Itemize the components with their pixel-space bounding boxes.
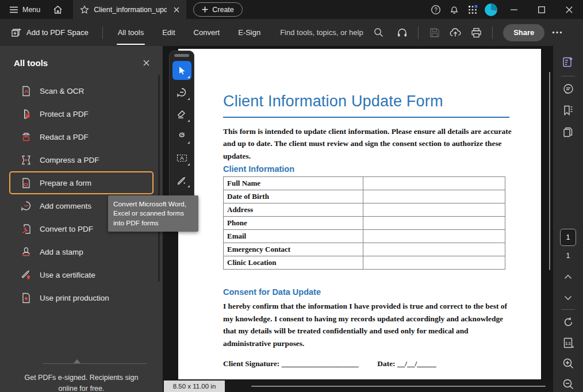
tool-item-protect-pdf[interactable]: Protect a PDF (0, 102, 163, 125)
account-avatar[interactable] (482, 0, 500, 19)
menu-button[interactable]: Menu (0, 0, 46, 19)
bookmarks-panel-button[interactable] (559, 101, 577, 120)
cursor-arrow-icon (177, 66, 187, 75)
read-aloud-button[interactable] (392, 22, 412, 43)
field-value-cell[interactable] (363, 256, 505, 270)
close-window-button[interactable] (555, 0, 583, 19)
svg-text:A: A (180, 155, 184, 161)
horizontal-scrollbar[interactable] (251, 386, 546, 387)
rotate-page-button[interactable] (559, 313, 577, 331)
table-row: Emergency Contact (224, 243, 505, 256)
highlighter-icon (177, 109, 187, 120)
print-production-icon (21, 293, 32, 303)
compress-pdf-icon (21, 155, 32, 166)
signature-label: Client Signature: (223, 359, 279, 368)
create-label: Create (212, 6, 234, 14)
notifications-button[interactable] (445, 0, 463, 19)
svg-text:?: ? (434, 6, 438, 13)
find-tools-search[interactable] (280, 28, 383, 37)
star-icon[interactable] (80, 5, 89, 14)
save-button[interactable] (424, 22, 445, 43)
tab-all-tools[interactable]: All tools (109, 19, 154, 46)
maximize-icon (538, 6, 545, 13)
print-button[interactable] (466, 22, 486, 43)
tool-item-use-certificate[interactable]: Use a certificate (0, 263, 163, 286)
maximize-button[interactable] (528, 0, 555, 19)
pdf-page[interactable]: Client Information Update Form This form… (178, 49, 541, 379)
zoom-scale-button[interactable]: 1:1 (559, 333, 577, 352)
field-value-cell[interactable] (363, 190, 505, 203)
menu-label: Menu (22, 6, 40, 14)
tab-close-button[interactable] (171, 5, 182, 15)
comments-panel-button[interactable] (559, 79, 577, 98)
avatar-icon (485, 3, 497, 16)
panel-scrollbar[interactable] (158, 75, 160, 282)
bell-icon (449, 5, 459, 15)
create-button[interactable]: Create (193, 2, 243, 17)
tab-convert[interactable]: Convert (185, 19, 229, 46)
document-tab[interactable]: Client_information_upd... (73, 0, 186, 19)
tool-item-add-stamp[interactable]: Add a stamp (0, 240, 163, 263)
tool-item-print-production[interactable]: Use print production (0, 286, 163, 309)
zoom-in-button[interactable] (559, 354, 577, 372)
apps-grid-button[interactable] (463, 0, 482, 19)
field-value-cell[interactable] (363, 217, 505, 230)
add-text-tool-button[interactable]: A (172, 148, 191, 167)
panel-close-button[interactable] (140, 56, 152, 69)
zoom-out-button[interactable] (559, 375, 577, 392)
date-line: __/__/_____ (397, 359, 436, 368)
upload-cloud-button[interactable] (445, 22, 466, 43)
tool-item-redact-pdf[interactable]: Redact a PDF (0, 125, 163, 148)
client-information-heading: Client Information (223, 164, 294, 174)
highlight-tool-button[interactable] (172, 105, 191, 124)
add-comment-tool-button[interactable] (172, 83, 191, 102)
vertical-scrollbar[interactable] (549, 72, 550, 270)
draw-tool-button[interactable] (172, 126, 191, 145)
toolbar-drag-handle[interactable] (174, 54, 189, 57)
add-to-pdf-space-icon (10, 28, 22, 38)
field-value-cell[interactable] (363, 230, 505, 243)
add-to-pdf-space-button[interactable]: Add to PDF Space (0, 28, 97, 38)
tab-title: Client_information_upd... (94, 6, 167, 14)
field-label: Email (224, 230, 363, 243)
more-options-button[interactable] (547, 22, 567, 43)
tab-edit[interactable]: Edit (153, 19, 184, 46)
field-label: Phone (224, 217, 363, 230)
next-page-button[interactable] (559, 289, 577, 307)
minimize-button[interactable] (500, 0, 528, 19)
home-button[interactable] (46, 0, 70, 19)
share-button[interactable]: Share (503, 24, 544, 41)
help-button[interactable]: ? (427, 0, 445, 19)
tool-label: Convert to PDF (40, 225, 93, 233)
tool-label: Scan & OCR (40, 87, 84, 95)
search-icon[interactable] (374, 28, 383, 37)
table-row: Phone (224, 217, 505, 230)
previous-page-button[interactable] (559, 267, 577, 286)
field-value-cell[interactable] (363, 203, 505, 217)
tool-label: Prepare a form (40, 179, 91, 187)
tool-item-prepare-form[interactable]: Prepare a form (9, 171, 154, 194)
search-input[interactable] (280, 28, 369, 37)
consent-heading: Consent for Data Update (223, 287, 321, 297)
zoom-out-icon (562, 378, 574, 390)
doc-title-rule (223, 117, 509, 118)
tab-esign[interactable]: E-Sign (229, 19, 270, 46)
add-to-pdf-space-label: Add to PDF Space (26, 28, 89, 37)
convert-to-pdf-icon (21, 224, 32, 235)
rail-divider (561, 309, 575, 310)
field-value-cell[interactable] (363, 177, 505, 190)
current-page-input[interactable]: 1 (560, 229, 576, 246)
page-thumbnails-button[interactable] (559, 123, 577, 141)
table-row: Clinic Location (224, 256, 505, 270)
toolbar-tabs: All tools Edit Convert E-Sign (109, 19, 270, 46)
tool-item-compress-pdf[interactable]: Compress a PDF (0, 148, 163, 171)
ai-assistant-button[interactable] (559, 53, 577, 71)
hamburger-icon (9, 6, 18, 14)
select-tool-button[interactable] (172, 61, 191, 80)
fill-sign-tool-button[interactable] (172, 170, 191, 189)
chevron-up-icon (564, 274, 572, 279)
tool-item-scan-ocr[interactable]: A Scan & OCR (0, 79, 163, 102)
field-value-cell[interactable] (363, 243, 505, 256)
document-viewer: Client Information Update Form This form… (163, 46, 553, 392)
field-label: Date of Birth (224, 190, 363, 203)
